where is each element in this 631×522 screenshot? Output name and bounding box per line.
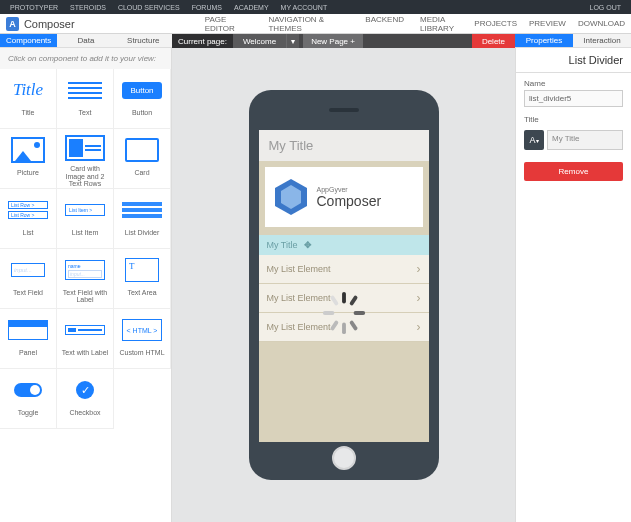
right-panel-tabs: Properties Interaction <box>515 34 631 48</box>
component-list[interactable]: List Row >List Row >List <box>0 189 57 249</box>
component-list-divider[interactable]: List Divider <box>114 189 171 249</box>
screen-title[interactable]: My Title <box>259 130 429 161</box>
remove-button[interactable]: Remove <box>524 162 623 181</box>
picture-icon <box>11 137 45 163</box>
nav-forums[interactable]: FORUMS <box>192 4 222 11</box>
card-icon <box>125 138 159 162</box>
header-preview[interactable]: PREVIEW <box>529 19 566 28</box>
header-download[interactable]: DOWNLOAD <box>578 19 625 28</box>
tab-interaction[interactable]: Interaction <box>573 34 631 48</box>
phone-frame: My Title AppGyver Composer My Title ✥ My… <box>249 90 439 480</box>
name-input[interactable]: list_divider5 <box>524 90 623 107</box>
list-item-icon: List Item > <box>65 204 105 216</box>
textfield-icon: input... <box>11 263 45 277</box>
nav-logout[interactable]: LOG OUT <box>589 4 621 11</box>
chevron-right-icon: › <box>417 262 421 276</box>
component-toggle[interactable]: Toggle <box>0 369 57 429</box>
svg-line-5 <box>351 323 355 329</box>
button-icon: Button <box>122 82 161 99</box>
top-nav: PROTOTYPER STEROIDS CLOUD SERVICES FORUM… <box>0 0 631 14</box>
panel-icon <box>8 320 48 340</box>
appgyver-logo-icon <box>271 177 311 217</box>
component-custom-html[interactable]: < HTML >Custom HTML <box>114 309 171 369</box>
nav-prototyper[interactable]: PROTOTYPER <box>10 4 58 11</box>
header-backend[interactable]: BACKEND <box>365 15 404 33</box>
svg-line-7 <box>332 323 336 329</box>
checkbox-icon: ✓ <box>76 381 94 399</box>
component-text-field-label[interactable]: nameinput...Text Field with Label <box>57 249 114 309</box>
component-text-field[interactable]: input...Text Field <box>0 249 57 309</box>
component-text-with-label[interactable]: Text with Label <box>57 309 114 369</box>
textarea-icon <box>125 258 159 282</box>
html-icon: < HTML > <box>122 319 162 341</box>
title-icon: Title <box>13 80 43 100</box>
component-card[interactable]: Card <box>114 129 171 189</box>
header-nav-themes[interactable]: NAVIGATION & THEMES <box>268 15 349 33</box>
nav-cloud[interactable]: CLOUD SERVICES <box>118 4 180 11</box>
app-logo-icon: A <box>6 17 19 31</box>
component-text-area[interactable]: Text Area <box>114 249 171 309</box>
list-divider-element[interactable]: My Title ✥ <box>259 235 429 255</box>
logo-subtitle: AppGyver <box>317 186 382 193</box>
properties-panel: List Divider Name list_divider5 Title A … <box>515 48 631 522</box>
tab-properties[interactable]: Properties <box>515 34 573 48</box>
header-page-editor[interactable]: PAGE EDITOR <box>205 15 253 33</box>
component-button[interactable]: ButtonButton <box>114 69 171 129</box>
sidebar-hint: Click on component to add it to your vie… <box>0 48 171 69</box>
toggle-icon <box>14 383 42 397</box>
phone-screen[interactable]: My Title AppGyver Composer My Title ✥ My… <box>259 130 429 442</box>
page-dropdown-icon[interactable]: ▾ <box>286 34 299 48</box>
current-page-label: Current page: <box>172 34 233 48</box>
tab-data[interactable]: Data <box>57 34 114 48</box>
text-icon <box>68 82 102 99</box>
chevron-right-icon: › <box>417 291 421 305</box>
logo-card[interactable]: AppGyver Composer <box>265 167 423 227</box>
delete-page-button[interactable]: Delete <box>472 34 515 48</box>
component-picture[interactable]: Picture <box>0 129 57 189</box>
component-title[interactable]: TitleTitle <box>0 69 57 129</box>
logo-title: Composer <box>317 193 382 209</box>
name-label: Name <box>524 79 623 88</box>
title-label: Title <box>524 115 623 124</box>
header: A Composer PAGE EDITOR NAVIGATION & THEM… <box>0 14 631 34</box>
new-page-button[interactable]: New Page + <box>303 34 363 48</box>
card-image-icon <box>65 135 105 161</box>
font-style-button[interactable]: A ▾ <box>524 130 544 150</box>
tab-components[interactable]: Components <box>0 34 57 48</box>
page-bar: Current page: Welcome ▾ New Page + Delet… <box>172 34 515 48</box>
component-panel[interactable]: Panel <box>0 309 57 369</box>
home-button-icon <box>332 446 356 470</box>
canvas[interactable]: My Title AppGyver Composer My Title ✥ My… <box>172 48 515 522</box>
component-checkbox[interactable]: ✓Checkbox <box>57 369 114 429</box>
nav-account[interactable]: MY ACCOUNT <box>281 4 328 11</box>
text-with-label-icon <box>65 325 105 335</box>
chevron-right-icon: › <box>417 320 421 334</box>
svg-line-3 <box>351 298 355 304</box>
textfield-label-icon: nameinput... <box>65 260 105 280</box>
nav-steroids[interactable]: STEROIDS <box>70 4 106 11</box>
move-icon: ✥ <box>304 240 312 250</box>
list-item-1[interactable]: My List Element› <box>259 255 429 284</box>
nav-academy[interactable]: ACADEMY <box>234 4 269 11</box>
component-text[interactable]: Text <box>57 69 114 129</box>
header-projects[interactable]: PROJECTS <box>474 19 517 28</box>
app-brand: Composer <box>24 18 75 30</box>
properties-title: List Divider <box>516 48 631 73</box>
current-page-select[interactable]: Welcome <box>233 34 286 48</box>
components-sidebar: Click on component to add it to your vie… <box>0 48 172 522</box>
left-panel-tabs: Components Data Structure <box>0 34 172 48</box>
component-list-item[interactable]: List Item >List Item <box>57 189 114 249</box>
tab-structure[interactable]: Structure <box>115 34 172 48</box>
header-media[interactable]: MEDIA LIBRARY <box>420 15 474 33</box>
divider-icon <box>122 202 162 218</box>
list-icon: List Row >List Row > <box>8 201 48 219</box>
svg-line-9 <box>332 298 336 304</box>
component-card-image-text[interactable]: Card with Image and 2 Text Rows <box>57 129 114 189</box>
loading-spinner-icon <box>320 289 368 337</box>
title-input[interactable]: My Title <box>547 130 623 150</box>
